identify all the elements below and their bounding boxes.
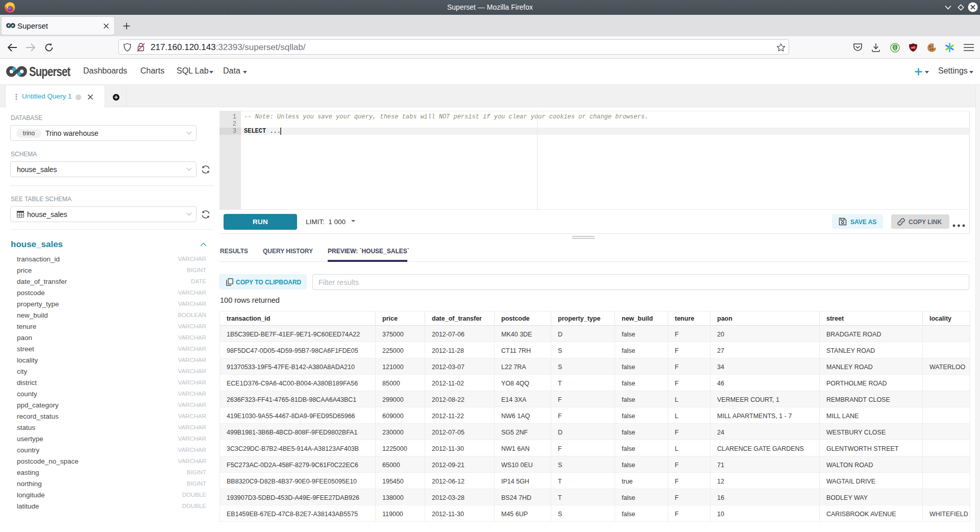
svg-text:uO: uO [911,45,916,49]
